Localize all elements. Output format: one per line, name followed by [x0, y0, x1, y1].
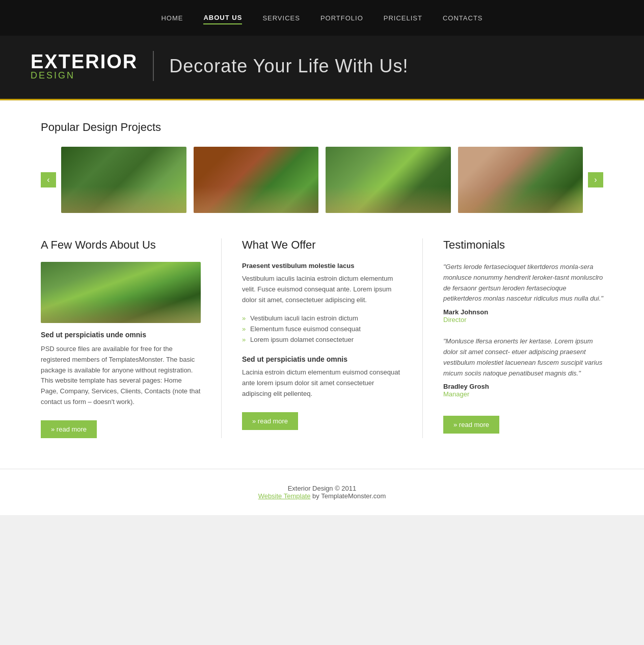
about-image: [41, 262, 201, 323]
about-read-more-button[interactable]: » read more: [41, 420, 97, 438]
footer-template: Website Template by TemplateMonster.com: [15, 492, 629, 500]
about-title: A Few Words About Us: [41, 238, 201, 252]
brand-block: EXTERIOR DESIGN: [31, 51, 154, 81]
offer-headline2: Sed ut perspiciatis unde omnis: [242, 355, 402, 363]
offer-list: Vestibulum iaculi lacin estroin dictum E…: [242, 313, 402, 345]
testimonial-1-role: Director: [443, 316, 603, 324]
offer-list-item-3: Lorem ipsum dolamet consectetuer: [242, 334, 402, 345]
divider-1: [221, 238, 222, 438]
main-navigation: HOME ABOUT US SERVICES PORTFOLIO PRICELI…: [0, 0, 644, 36]
testimonial-1-name: Mark Johnson: [443, 308, 603, 316]
offer-list-item-1: Vestibulum iaculi lacin estroin dictum: [242, 313, 402, 324]
hero-tagline: Decorate Your Life With Us!: [169, 56, 408, 77]
offer-read-more-button[interactable]: » read more: [242, 412, 298, 430]
nav-home[interactable]: HOME: [161, 12, 183, 24]
testimonial-1: "Gerts lerode fertasecioquet tikertderos…: [443, 262, 603, 324]
nav-portfolio[interactable]: PORTFOLIO: [320, 12, 363, 24]
testimonial-2: "Monlusce lfersa eronerts ler kertase. L…: [443, 336, 603, 398]
carousel-prev-button[interactable]: ‹: [41, 172, 56, 187]
three-columns: A Few Words About Us Sed ut perspiciatis…: [41, 238, 603, 438]
divider-2: [422, 238, 423, 438]
offer-headline1: Praesent vestibulum molestie lacus: [242, 262, 402, 270]
nav-contacts[interactable]: CONTACTS: [443, 12, 483, 24]
project-image-2[interactable]: [194, 147, 319, 213]
footer-suffix: by TemplateMonster.com: [310, 492, 386, 500]
testimonials-column: Testimonials "Gerts lerode fertasecioque…: [443, 238, 603, 434]
nav-about[interactable]: ABOUT US: [203, 12, 242, 24]
nav-pricelist[interactable]: PRICELIST: [384, 12, 422, 24]
testimonials-read-more-button[interactable]: » read more: [443, 416, 499, 434]
footer: Exterior Design © 2011 Website Template …: [0, 469, 644, 515]
offer-list-item-2: Elementum fusce euismod consequat: [242, 324, 402, 334]
testimonial-2-name: Bradley Grosh: [443, 383, 603, 390]
brand-sub: DESIGN: [31, 70, 75, 81]
main-content: Popular Design Projects ‹ › A Few Words …: [0, 100, 644, 469]
about-text: PSD source files are available for free …: [41, 344, 201, 408]
project-image-4[interactable]: [458, 147, 583, 213]
hero-section: EXTERIOR DESIGN Decorate Your Life With …: [0, 36, 644, 100]
project-image-1[interactable]: [61, 147, 186, 213]
carousel-images: [61, 147, 583, 213]
testimonials-title: Testimonials: [443, 238, 603, 252]
project-image-3[interactable]: [326, 147, 451, 213]
nav-services[interactable]: SERVICES: [262, 12, 300, 24]
projects-carousel: ‹ ›: [41, 147, 603, 213]
testimonial-1-text: "Gerts lerode fertasecioquet tikertderos…: [443, 262, 603, 304]
testimonial-2-text: "Monlusce lfersa eronerts ler kertase. L…: [443, 336, 603, 379]
about-subtitle: Sed ut perspiciatis unde omnis: [41, 331, 201, 339]
testimonial-2-role: Manager: [443, 390, 603, 398]
projects-title: Popular Design Projects: [41, 121, 603, 134]
offer-title: What We Offer: [242, 238, 402, 252]
offer-body1: Vestibulum iaculis lacinia estroin dictu…: [242, 274, 402, 305]
about-column: A Few Words About Us Sed ut perspiciatis…: [41, 238, 201, 438]
footer-copyright: Exterior Design © 2011: [15, 485, 629, 492]
offer-column: What We Offer Praesent vestibulum molest…: [242, 238, 402, 430]
carousel-next-button[interactable]: ›: [588, 172, 603, 187]
brand-name: EXTERIOR: [31, 51, 138, 73]
footer-template-link[interactable]: Website Template: [258, 492, 311, 500]
offer-body2: Lacinia estroin dictum elementum euismod…: [242, 367, 402, 399]
